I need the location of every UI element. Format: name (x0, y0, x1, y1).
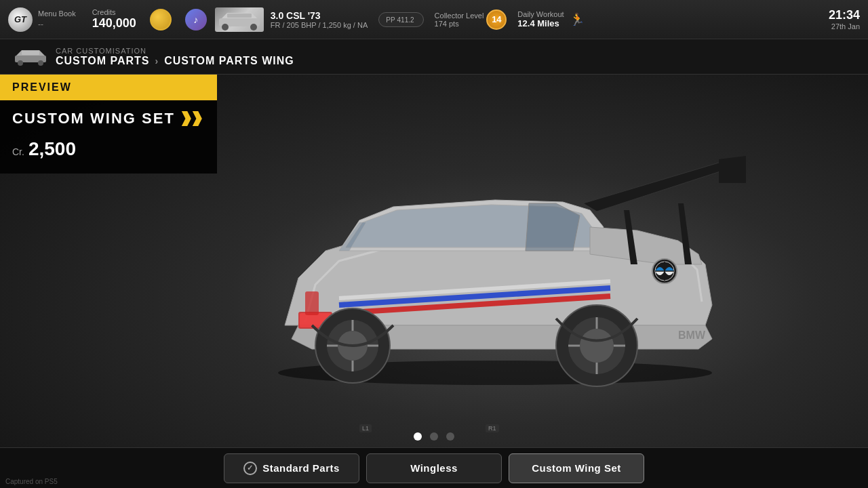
gt-logo: GT (8, 7, 33, 32)
svg-rect-9 (22, 51, 39, 55)
coin-icon (150, 9, 172, 30)
r1-label: R1 (486, 424, 499, 432)
time-display: 21:34 (829, 8, 860, 22)
svg-point-27 (580, 329, 614, 363)
car-name: 3.0 CSL '73 (271, 10, 368, 21)
breadcrumb-bar: CAR CUSTOMISATION CUSTOM PARTS › CUSTOM … (0, 39, 868, 75)
menu-book-section: Menu Book -- (38, 9, 76, 30)
preview-header: PREVIEW (0, 75, 217, 100)
music-icon: ♪ (185, 9, 207, 30)
preview-content: CUSTOM WING SET Cr. 2,500 (0, 100, 217, 174)
svg-rect-17 (305, 291, 319, 315)
breadcrumb-separator: › (155, 56, 159, 66)
preview-panel: PREVIEW CUSTOM WING SET Cr. 2,500 (0, 75, 217, 174)
breadcrumb-part1: CUSTOM PARTS (56, 55, 150, 67)
dots-indicator: L1 R1 (414, 432, 454, 441)
preview-price: Cr. 2,500 (12, 138, 205, 160)
svg-point-8 (38, 60, 43, 66)
collector-level-badge: 14 (486, 9, 507, 30)
credits-label: Credits (92, 8, 116, 16)
collector-section: Collector Level 174 pts (435, 12, 484, 28)
pp-badge: PP411.2 (378, 12, 423, 27)
credits-section: Credits 140,000 (92, 8, 136, 30)
svg-text:BMW: BMW (678, 329, 706, 341)
dot-1[interactable] (414, 432, 422, 441)
daily-value: 12.4 Miles (517, 18, 564, 28)
breadcrumb-section: CAR CUSTOMISATION CUSTOM PARTS › CUSTOM … (56, 47, 294, 67)
car-specs: FR / 205 BHP / 1,250 kg / NA (271, 21, 368, 29)
custom-wing-set-label: Custom Wing Set (532, 462, 621, 474)
standard-parts-label: Standard Parts (262, 462, 340, 474)
collector-sub: 174 pts (435, 20, 484, 28)
svg-point-2 (250, 24, 257, 30)
breadcrumb-section-label: CAR CUSTOMISATION (56, 47, 294, 55)
menu-book-label: Menu Book (38, 9, 76, 18)
collector-label: Collector Level (435, 12, 484, 20)
main-area: BMW PREVIEW CUSTOM WING SET Cr. 2,500 (0, 75, 868, 447)
l1-label: L1 (359, 424, 372, 432)
price-value: 2,500 (28, 138, 76, 160)
bottom-bar: ✓ Standard Parts Wingless Custom Wing Se… (0, 447, 868, 488)
price-label: Cr. (12, 146, 24, 157)
car-thumbnail (215, 7, 264, 32)
menu-book-sub: -- (38, 20, 43, 29)
car-info: 3.0 CSL '73 FR / 205 BHP / 1,250 kg / NA (271, 10, 368, 29)
breadcrumb-path: CUSTOM PARTS › CUSTOM PARTS WING (56, 55, 294, 67)
svg-point-1 (222, 24, 229, 30)
double-chevron-icon (182, 111, 202, 126)
svg-rect-4 (227, 14, 252, 18)
pp-value: 411.2 (397, 16, 414, 24)
date-display: 27th Jan (831, 22, 860, 30)
preview-item-name: CUSTOM WING SET (12, 110, 205, 127)
daily-label: Daily Workout (517, 10, 564, 18)
credits-value: 140,000 (92, 16, 136, 30)
svg-point-7 (18, 60, 23, 66)
car-silhouette-icon (14, 47, 47, 66)
dot-2[interactable] (430, 432, 438, 441)
daily-section: Daily Workout 12.4 Miles (517, 10, 564, 28)
standard-parts-button[interactable]: ✓ Standard Parts (224, 453, 359, 483)
time-section: 21:34 27th Jan (829, 8, 860, 30)
dot-3[interactable] (446, 432, 454, 441)
check-icon: ✓ (243, 462, 257, 475)
breadcrumb-part2: CUSTOM PARTS WING (164, 55, 294, 67)
captured-text: Captured on PS5 (5, 478, 58, 485)
runner-icon: 🏃 (570, 12, 585, 27)
custom-wing-set-button[interactable]: Custom Wing Set (509, 453, 644, 483)
top-bar: GT Menu Book -- Credits 140,000 ♪ 3.0 CS… (0, 0, 868, 39)
wingless-button[interactable]: Wingless (366, 453, 502, 483)
wingless-label: Wingless (410, 462, 458, 474)
